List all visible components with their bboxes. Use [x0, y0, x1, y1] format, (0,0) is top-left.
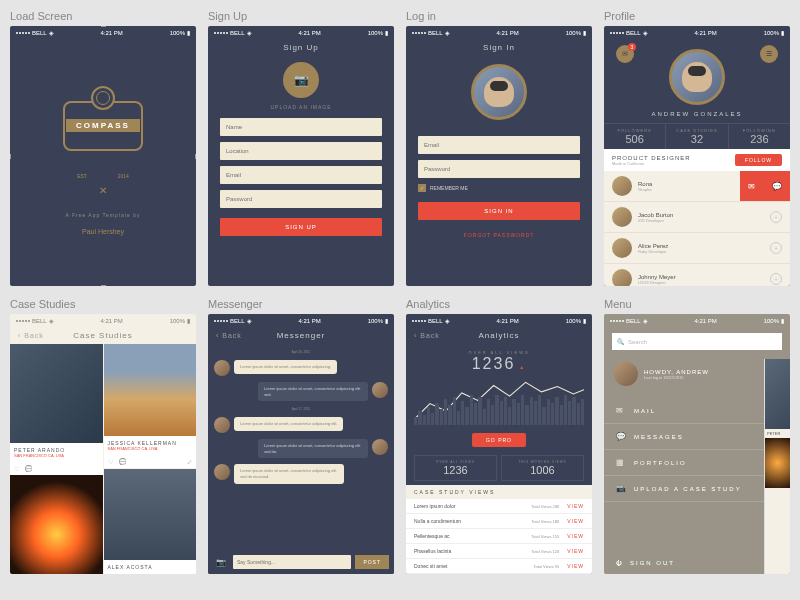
menu-icon-button[interactable]: ☰ [760, 45, 778, 63]
analytics-row[interactable]: Donec sit ametTotal Views 95VIEW [406, 559, 592, 574]
screen-label-profile: Profile [604, 10, 790, 22]
menu-label: MAIL [634, 408, 656, 414]
view-link[interactable]: VIEW [567, 533, 584, 539]
signup-screen: BELL◈4:21 PM100%▮ Sign Up 📷 UPLOAD AN IM… [208, 26, 394, 286]
back-button[interactable]: ‹ Back [414, 332, 440, 339]
avatar [612, 238, 632, 258]
messages-icon-button[interactable]: ✉3 [616, 45, 634, 63]
chart-bar [448, 405, 451, 425]
back-button[interactable]: ‹ Back [18, 332, 44, 339]
avatar [372, 439, 388, 455]
follow-button[interactable]: FOLLOW [735, 154, 782, 166]
analytics-row[interactable]: Pellentesque acTotal Views 155VIEW [406, 529, 592, 544]
stat-cases[interactable]: CASE STUDIES32 [666, 124, 728, 149]
person-row[interactable]: RonaGraphic+✉💬 [604, 171, 790, 202]
stat-followers[interactable]: FOLLOWERS506 [604, 124, 666, 149]
location-field[interactable] [220, 142, 382, 160]
chart-bar [500, 401, 503, 425]
camera-icon-button[interactable]: 📷 [213, 555, 229, 569]
stat-following[interactable]: FOLLOWING236 [729, 124, 790, 149]
message-row: Lorem ipsum dolor sit amet, consectetur … [214, 464, 388, 483]
analytics-row[interactable]: Phasellus laciniaTotal Views 120VIEW [406, 544, 592, 559]
chart-bar [431, 413, 434, 425]
cases-screen: BELL◈4:21 PM100%▮ ‹ BackCase Studies PET… [10, 314, 196, 574]
analytics-screen: BELL◈4:21 PM100%▮ ‹ BackAnalytics OVER A… [406, 314, 592, 574]
back-button[interactable]: ‹ Back [216, 332, 242, 339]
menu-item[interactable]: 📷UPLOAD A CASE STUDY [604, 476, 790, 502]
chart-bar [530, 397, 533, 425]
menu-label: UPLOAD A CASE STUDY [634, 486, 742, 492]
add-button[interactable]: + [770, 273, 782, 285]
header-title: Case Studies [73, 331, 133, 340]
signup-button[interactable]: SIGN UP [220, 218, 382, 236]
chart-bar [461, 401, 464, 425]
cross-icon: ✕ [99, 185, 107, 196]
email-field[interactable] [418, 136, 580, 154]
person-row[interactable]: Jacob BurtoniOS Developer+ [604, 202, 790, 233]
menu-item[interactable]: ✉MAIL3 [604, 398, 790, 424]
chart-bar [581, 399, 584, 425]
case-card[interactable]: PETER ARANDOSAN FRANCISCO CA, USA♡💬 [10, 344, 103, 574]
menu-item[interactable]: ▦PORTFOLIO [604, 450, 790, 476]
view-link[interactable]: VIEW [567, 503, 584, 509]
menu-item[interactable]: 💬MESSAGES [604, 424, 790, 450]
compass-logo: COMPASS [58, 91, 148, 161]
email-field[interactable] [220, 166, 382, 184]
camera-icon: 📷 [294, 73, 309, 87]
mail-icon: ✉ [748, 182, 755, 191]
content-peek[interactable]: PETER [764, 359, 790, 574]
person-row[interactable]: Alice PerezRuby Developer+ [604, 233, 790, 264]
view-link[interactable]: VIEW [567, 563, 584, 569]
add-button[interactable]: + [770, 211, 782, 223]
chart-bar [564, 395, 567, 425]
view-link[interactable]: VIEW [567, 548, 584, 554]
view-link[interactable]: VIEW [567, 518, 584, 524]
password-field[interactable] [418, 160, 580, 178]
stats-bar: FOLLOWERS506 CASE STUDIES32 FOLLOWING236 [604, 123, 790, 149]
analytics-chart [414, 377, 584, 425]
remember-checkbox[interactable]: ✓REMEMBER ME [418, 184, 580, 192]
case-card[interactable]: ALEX ACOSTA [104, 469, 197, 575]
header-title: Sign In [406, 39, 592, 56]
login-screen: BELL◈4:21 PM100%▮ Sign In ✓REMEMBER ME S… [406, 26, 592, 286]
menu-avatar[interactable] [614, 362, 638, 386]
status-bar: BELL◈4:21 PM100%▮ [10, 26, 196, 39]
signout-button[interactable]: ⏻SIGN OUT [616, 560, 675, 566]
message-bubble: Lorem ipsum dolor sit amet, consectetur … [258, 439, 368, 458]
name-field[interactable] [220, 118, 382, 136]
message-bubble: Lorem ipsum dolor sit amet, consectetur … [234, 464, 344, 483]
row-value: Total Views 95 [534, 564, 560, 569]
password-field[interactable] [220, 190, 382, 208]
signin-button[interactable]: SIGN IN [418, 202, 580, 220]
power-icon: ⏻ [616, 560, 624, 566]
forgot-password-link[interactable]: FORGOT PASSWORD? [418, 232, 580, 238]
timestamp: April 17, 2015 [214, 407, 388, 411]
timestamp: April 16, 2015 [214, 350, 388, 354]
avatar [612, 269, 632, 286]
message-input[interactable] [233, 555, 351, 569]
swipe-actions[interactable]: ✉💬 [740, 171, 790, 201]
row-title: Lorem ipsum dolor [414, 503, 531, 509]
case-card[interactable]: JESSICA KELLERMANSAN FRANCISCO CA, USA♡💬… [104, 344, 197, 468]
chart-bar [504, 397, 507, 425]
overall-value: 1236▲ [406, 355, 592, 373]
person-row[interactable]: Johnny MeyerUX/UI Designer+ [604, 264, 790, 286]
search-input[interactable]: 🔍Search [612, 333, 782, 350]
message-bubble: Lorem ipsum dolor sit amet, consectetur … [258, 382, 368, 401]
post-button[interactable]: POST [355, 555, 389, 569]
chart-bar [517, 403, 520, 425]
chart-bar [491, 405, 494, 425]
message-row: Lorem ipsum dolor sit amet, consectetur … [214, 382, 388, 401]
row-title: Nulla a condimentum [414, 518, 531, 524]
add-button[interactable]: + [770, 242, 782, 254]
load-screen: BELL◈4:21 PM100%▮ COMPASS EST.2014 ✕ A F… [10, 26, 196, 286]
row-title: Pellentesque ac [414, 533, 531, 539]
row-value: Total Views 230 [531, 504, 559, 509]
message-row: Lorem ipsum dolor sit amet, consectetur … [214, 360, 388, 376]
analytics-row[interactable]: Nulla a condimentumTotal Views 180VIEW [406, 514, 592, 529]
analytics-row[interactable]: Lorem ipsum dolorTotal Views 230VIEW [406, 499, 592, 514]
role-label: PRODUCT DESIGNER [612, 155, 691, 161]
battery-icon: ▮ [187, 29, 190, 36]
upload-avatar-button[interactable]: 📷 [283, 62, 319, 98]
menu-label: MESSAGES [634, 434, 684, 440]
